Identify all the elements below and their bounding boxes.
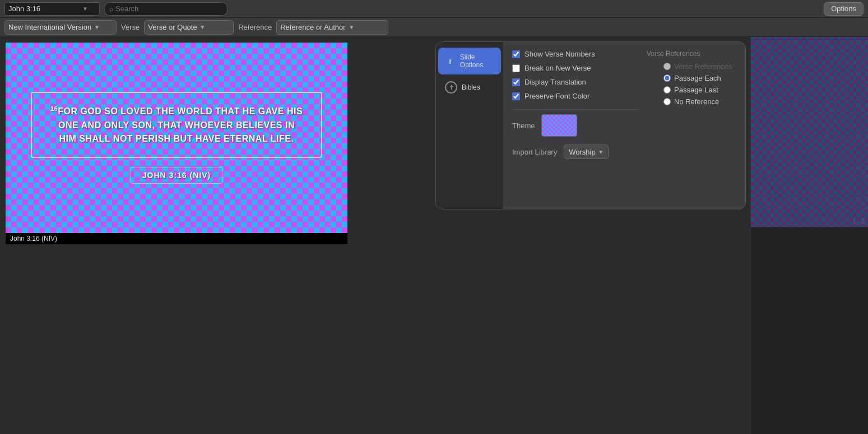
search-icon: ⌕ (109, 5, 113, 13)
options-popup: i Slide Options ✝ Bibles Sho (435, 41, 746, 209)
reference-type-chevron-icon: ▼ (349, 24, 354, 30)
popup-sidebar: i Slide Options ✝ Bibles (436, 42, 503, 209)
far-right-preview: 1 : 2 (751, 37, 868, 227)
reference-label: Reference (238, 23, 272, 31)
info-icon: i (445, 55, 456, 67)
verse-box: 16FOR GOD SO LOVED THE WORLD THAT HE GAV… (31, 92, 322, 157)
passage-each-radio[interactable] (663, 74, 671, 82)
verse-references-radio-label[interactable]: Verse References (674, 62, 732, 71)
import-library-select[interactable]: Worship (569, 148, 596, 156)
preserve-font-color-checkbox[interactable] (512, 92, 520, 100)
no-reference-radio[interactable] (663, 98, 671, 105)
display-translation-row: Display Translation (512, 78, 638, 86)
import-library-select-wrapper[interactable]: Worship ▼ (564, 144, 609, 159)
radio-group: Verse References Passage Each Passage La… (658, 62, 736, 106)
preserve-font-color-row: Preserve Font Color (512, 92, 638, 100)
display-translation-label[interactable]: Display Translation (524, 78, 586, 86)
far-right-background (751, 37, 868, 227)
reference-chevron-icon: ▼ (82, 6, 88, 12)
reference-input[interactable] (8, 4, 81, 13)
right-panel: i Slide Options ✝ Bibles Sho (431, 37, 750, 434)
slide-content: 16FOR GOD SO LOVED THE WORLD THAT HE GAV… (6, 43, 347, 233)
break-on-new-verse-checkbox[interactable] (512, 64, 520, 72)
verse-superscript: 16 (50, 105, 58, 112)
display-translation-checkbox[interactable] (512, 78, 520, 86)
show-verse-numbers-checkbox[interactable] (512, 50, 520, 58)
search-wrapper[interactable]: ⌕ (104, 2, 228, 16)
reference-type-select-wrapper[interactable]: Reference or Author ▼ (276, 20, 388, 35)
show-verse-numbers-label[interactable]: Show Verse Numbers (524, 50, 595, 58)
theme-row: Theme (512, 114, 638, 137)
radio-passage-last: Passage Last (663, 86, 736, 94)
reference-type-select[interactable]: Reference or Author (280, 23, 346, 31)
passage-each-radio-label[interactable]: Passage Each (674, 74, 721, 82)
search-input[interactable] (115, 4, 216, 13)
popup-divider (512, 109, 638, 110)
theme-label: Theme (512, 122, 535, 130)
radio-passage-each: Passage Each (663, 74, 736, 82)
verse-type-select-wrapper[interactable]: Verse or Quote ▼ (144, 20, 234, 35)
slide-caption: John 3:16 (NIV) (6, 233, 347, 244)
slide-preview[interactable]: 16FOR GOD SO LOVED THE WORLD THAT HE GAV… (6, 43, 347, 233)
import-library-row: Import Library Worship ▼ (512, 144, 638, 159)
verse-reference-text: JOHN 3:16 (NIV) (142, 171, 211, 180)
far-right-panel: 1 : 2 (750, 37, 868, 434)
verse-references-radio[interactable] (663, 63, 671, 70)
verse-body: FOR GOD SO LOVED THE WORLD THAT HE GAVE … (58, 107, 303, 143)
page-number: 1 : 2 (853, 218, 865, 225)
show-verse-numbers-row: Show Verse Numbers (512, 50, 638, 58)
sidebar-item-bibles[interactable]: ✝ Bibles (438, 76, 501, 99)
radio-group-title: Verse References (647, 50, 736, 58)
bible-version-chevron-icon: ▼ (94, 24, 100, 30)
passage-last-radio-label[interactable]: Passage Last (674, 86, 718, 94)
import-library-chevron-icon: ▼ (598, 149, 604, 155)
break-on-new-verse-label[interactable]: Break on New Verse (524, 64, 591, 72)
popup-columns: Show Verse Numbers Break on New Verse Di… (512, 50, 736, 159)
verse-type-select[interactable]: Verse or Quote (148, 23, 197, 31)
options-button[interactable]: Options (824, 2, 864, 16)
top-bar: ▼ ⌕ Options (0, 0, 868, 18)
reference-input-wrapper[interactable]: ▼ (4, 2, 100, 16)
bibles-label: Bibles (462, 83, 480, 91)
verse-label: Verse (121, 23, 140, 31)
left-panel: 16FOR GOD SO LOVED THE WORLD THAT HE GAV… (0, 37, 431, 434)
import-library-label: Import Library (512, 148, 557, 156)
bible-version-select[interactable]: New International Version (8, 23, 92, 31)
popup-main: Show Verse Numbers Break on New Verse Di… (503, 42, 745, 209)
passage-last-radio[interactable] (663, 86, 671, 94)
popup-col-left: Show Verse Numbers Break on New Verse Di… (512, 50, 638, 159)
radio-verse-references: Verse References (663, 62, 736, 71)
theme-preview[interactable] (541, 114, 577, 137)
checkbox-group: Show Verse Numbers Break on New Verse Di… (512, 50, 638, 100)
slide-options-label: Slide Options (460, 53, 494, 69)
bible-version-select-wrapper[interactable]: New International Version ▼ (4, 20, 117, 35)
main-content: 16FOR GOD SO LOVED THE WORLD THAT HE GAV… (0, 37, 868, 434)
break-on-new-verse-row: Break on New Verse (512, 64, 638, 72)
verse-type-chevron-icon: ▼ (199, 24, 205, 30)
cross-icon: ✝ (445, 81, 457, 94)
radio-no-reference: No Reference (663, 97, 736, 106)
sidebar-item-slide-options[interactable]: i Slide Options (438, 48, 501, 74)
preserve-font-color-label[interactable]: Preserve Font Color (524, 92, 590, 100)
far-right-bottom (751, 227, 868, 434)
popup-col-right: Verse References Verse References Passag… (647, 50, 736, 159)
verse-reference-box: JOHN 3:16 (NIV) (131, 167, 222, 184)
no-reference-radio-label[interactable]: No Reference (674, 97, 719, 106)
second-bar: New International Version ▼ Verse Verse … (0, 18, 868, 37)
verse-text: 16FOR GOD SO LOVED THE WORLD THAT HE GAV… (49, 104, 304, 145)
